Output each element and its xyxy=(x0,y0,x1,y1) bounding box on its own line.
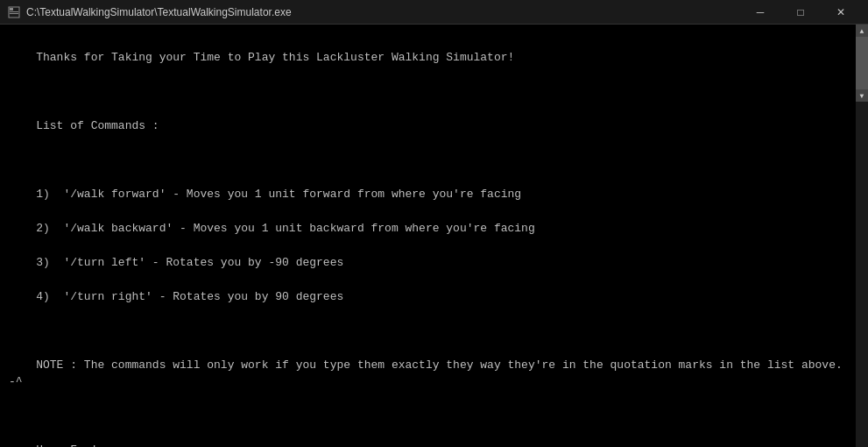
maximize-button[interactable]: □ xyxy=(780,0,821,25)
app-icon xyxy=(7,5,21,19)
console-line-12: Have Fun! xyxy=(36,443,97,447)
scrollbar[interactable]: ▲ ▼ xyxy=(856,25,868,447)
svg-rect-2 xyxy=(10,11,18,12)
svg-rect-1 xyxy=(10,8,13,11)
scrollbar-up-button[interactable]: ▲ xyxy=(856,25,868,37)
console-line-3: List of Commands : xyxy=(36,119,159,132)
window-controls: ─ □ ✕ xyxy=(740,0,861,25)
title-bar: C:\TextualWalkingSimulator\TextualWalkin… xyxy=(0,0,868,25)
console-line-10: NOTE : The commands will only work if yo… xyxy=(9,358,850,389)
console-line-7: 3) '/turn left' - Rotates you by -90 deg… xyxy=(36,256,343,269)
close-button[interactable]: ✕ xyxy=(821,0,861,25)
svg-rect-3 xyxy=(10,13,18,14)
console-wrapper: Thanks for Taking your Time to Play this… xyxy=(0,25,868,447)
console-line-5: 1) '/walk forward' - Moves you 1 unit fo… xyxy=(36,188,521,201)
minimize-button[interactable]: ─ xyxy=(740,0,780,25)
scrollbar-thumb[interactable] xyxy=(856,37,868,89)
console-line-1: Thanks for Taking your Time to Play this… xyxy=(36,51,514,64)
console-output: Thanks for Taking your Time to Play this… xyxy=(0,25,856,447)
console-line-6: 2) '/walk backward' - Moves you 1 unit b… xyxy=(36,222,535,235)
console-line-8: 4) '/turn right' - Rotates you by 90 deg… xyxy=(36,290,343,303)
window-title: C:\TextualWalkingSimulator\TextualWalkin… xyxy=(26,6,740,18)
scrollbar-down-button[interactable]: ▼ xyxy=(856,89,868,102)
